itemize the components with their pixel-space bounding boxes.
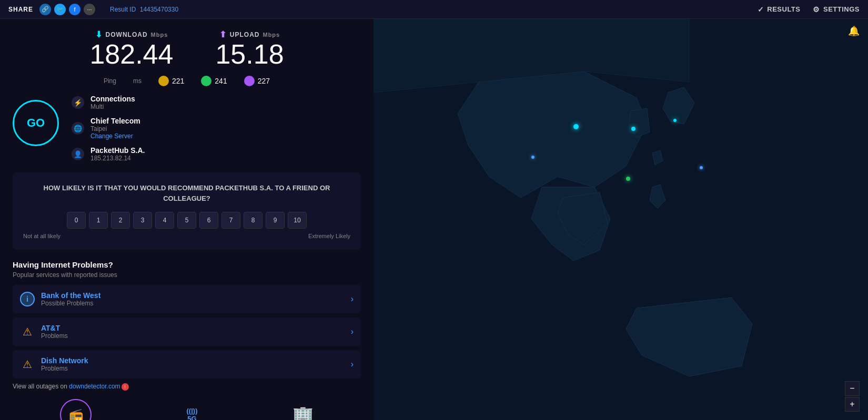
map-dot-green-1 <box>626 177 630 181</box>
share-twitter-icon[interactable]: 🐦 <box>54 4 66 15</box>
go-server-row: GO ⚡ Connections Multi 🌐 Chief Telecom T… <box>13 95 361 162</box>
map-area: 🔔 − + <box>374 19 868 420</box>
ping-purple-icon <box>244 76 255 86</box>
recommend-title: HOW LIKELY IS IT THAT YOU WOULD RECOMMEN… <box>23 183 350 203</box>
change-server-link[interactable]: Change Server <box>90 132 140 140</box>
map-dot-blue-1 <box>700 166 703 169</box>
zoom-out-button[interactable]: − <box>845 381 860 396</box>
problem-att-status: Problems <box>41 332 345 340</box>
main-content: ⬇ DOWNLOAD Mbps 182.44 ⬆ UPLOAD Mbps 15.… <box>0 19 868 420</box>
downdetector-prefix: View all outages on <box>13 383 67 390</box>
isp-label: Chief Telecom <box>90 117 140 125</box>
user-label: PacketHub S.A. <box>90 146 145 155</box>
connections-item: ⚡ Connections Multi <box>72 95 145 110</box>
map-dot-cyan-3 <box>573 124 579 129</box>
rating-7[interactable]: 7 <box>221 212 240 229</box>
problems-section: Having Internet Problems? Popular servic… <box>13 260 361 391</box>
rating-5[interactable]: 5 <box>177 212 196 229</box>
left-panel: ⬇ DOWNLOAD Mbps 182.44 ⬆ UPLOAD Mbps 15.… <box>0 19 374 420</box>
problem-dish[interactable]: ⚠ Dish Network Problems › <box>13 350 361 378</box>
share-facebook-icon[interactable]: f <box>69 4 80 15</box>
ping-227-value: 227 <box>258 77 270 85</box>
problems-subtitle: Popular services with reported issues <box>13 271 361 279</box>
recommend-section: HOW LIKELY IS IT THAT YOU WOULD RECOMMEN… <box>13 172 361 250</box>
ping-label: Ping <box>104 77 116 85</box>
zoom-in-button[interactable]: + <box>845 397 860 412</box>
isp-location: Taipei <box>90 125 140 132</box>
ping-221-value: 221 <box>172 77 184 85</box>
problem-dish-status: Problems <box>41 365 345 372</box>
connections-icon: ⚡ <box>72 96 84 109</box>
downdetector-link-row: View all outages on downdetector.com! <box>13 383 361 391</box>
share-link-icon[interactable]: 🔗 <box>39 4 51 15</box>
downdetector-badge: ! <box>122 383 129 391</box>
problem-dish-name[interactable]: Dish Network <box>41 356 345 365</box>
share-label: SHARE <box>8 6 33 13</box>
download-block: ⬇ DOWNLOAD Mbps 182.44 <box>89 29 173 69</box>
go-button[interactable]: GO <box>13 100 59 146</box>
rating-8[interactable]: 8 <box>244 212 263 229</box>
share-more-icon[interactable]: ··· <box>84 4 95 15</box>
ping-green-icon <box>201 76 211 86</box>
problem-att[interactable]: ⚠ AT&T Problems › <box>13 317 361 346</box>
radio-icon-item: 📻 <box>60 399 92 420</box>
bottom-icons: 📻 ((|))5G 🏢 <box>13 399 361 420</box>
upload-arrow-icon: ⬆ <box>219 29 227 39</box>
download-arrow-icon: ⬇ <box>95 29 103 39</box>
rating-9[interactable]: 9 <box>266 212 285 229</box>
isp-item: 🌐 Chief Telecom Taipei Change Server <box>72 117 145 140</box>
speed-row: ⬇ DOWNLOAD Mbps 182.44 ⬆ UPLOAD Mbps 15.… <box>13 29 361 69</box>
warn-icon-att: ⚠ <box>20 324 35 339</box>
connections-value: Multi <box>90 103 135 110</box>
bank-arrow-icon: › <box>351 294 354 304</box>
upload-value: 15.18 <box>215 39 284 69</box>
warn-icon-dish: ⚠ <box>20 357 35 372</box>
settings-icon: ⚙ <box>813 5 820 14</box>
upload-unit: Mbps <box>263 32 280 38</box>
dish-arrow-icon: › <box>351 360 354 369</box>
problem-att-text: AT&T Problems <box>41 324 345 340</box>
ping-yellow-icon <box>158 76 169 86</box>
problem-bank-status: Possible Problems <box>41 300 345 307</box>
user-icon: 👤 <box>72 148 84 160</box>
ping-unit: ms <box>133 77 142 85</box>
upload-label: UPLOAD <box>230 31 260 38</box>
rating-10[interactable]: 10 <box>288 212 307 229</box>
rating-3[interactable]: 3 <box>133 212 152 229</box>
map-dot-cyan-1 <box>631 127 635 131</box>
not-likely-label: Not at all likely <box>23 233 60 239</box>
rating-6[interactable]: 6 <box>199 212 218 229</box>
nav-results[interactable]: ✓ RESULTS <box>758 5 801 14</box>
rating-4[interactable]: 4 <box>155 212 174 229</box>
map-svg <box>374 19 868 420</box>
nav-settings[interactable]: ⚙ SETTINGS <box>813 5 860 14</box>
5g-icon: ((|))5G <box>187 407 198 420</box>
notification-bell-icon[interactable]: 🔔 <box>848 25 860 37</box>
problem-bank-name[interactable]: Bank of the West <box>41 291 345 300</box>
problems-title: Having Internet Problems? <box>13 260 361 269</box>
user-ip: 185.213.82.14 <box>90 155 145 162</box>
ping-241-value: 241 <box>215 77 227 85</box>
rating-0[interactable]: 0 <box>67 212 86 229</box>
download-unit: Mbps <box>151 32 168 38</box>
user-item: 👤 PacketHub S.A. 185.213.82.14 <box>72 146 145 162</box>
extremely-likely-label: Extremely Likely <box>308 233 350 239</box>
results-icon: ✓ <box>758 5 764 14</box>
upload-block: ⬆ UPLOAD Mbps 15.18 <box>215 29 284 69</box>
problem-dish-text: Dish Network Problems <box>41 356 345 372</box>
map-dot-blue-2 <box>531 156 534 159</box>
downdetector-link[interactable]: downdetector.com <box>69 383 120 390</box>
problem-att-name[interactable]: AT&T <box>41 324 345 332</box>
rating-1[interactable]: 1 <box>89 212 108 229</box>
top-nav: ✓ RESULTS ⚙ SETTINGS <box>758 5 860 14</box>
ping-241-group: 241 <box>201 76 227 86</box>
ping-227-group: 227 <box>244 76 270 86</box>
info-icon: i <box>20 292 35 306</box>
map-dot-cyan-2 <box>673 119 677 122</box>
result-id: Result ID 14435470330 <box>110 6 178 13</box>
map-zoom-controls: − + <box>845 381 860 412</box>
problem-bank-of-west[interactable]: i Bank of the West Possible Problems › <box>13 285 361 313</box>
server-info: ⚡ Connections Multi 🌐 Chief Telecom Taip… <box>72 95 145 162</box>
problem-bank-text: Bank of the West Possible Problems <box>41 291 345 307</box>
rating-2[interactable]: 2 <box>111 212 130 229</box>
